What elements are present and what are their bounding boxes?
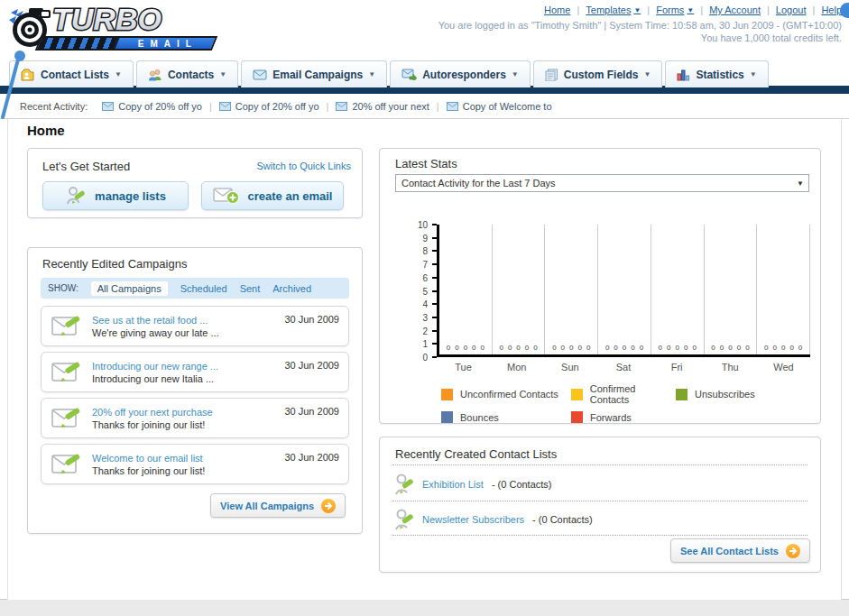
bar-value-label: 0 bbox=[464, 344, 467, 352]
nav-home-link[interactable]: Home bbox=[544, 5, 570, 15]
recent-activity-item[interactable]: Copy of 20% off yo bbox=[219, 101, 319, 112]
chart-x-label: Mon bbox=[490, 362, 543, 372]
campaign-row[interactable]: 20% off your next purchase Thanks for jo… bbox=[41, 398, 349, 438]
bar-value-label: 0 bbox=[447, 344, 450, 352]
campaign-row[interactable]: See us at the retail food ... We're givi… bbox=[41, 306, 349, 346]
contact-list-link[interactable]: Exhibition List bbox=[422, 479, 484, 490]
envelope-edit-icon bbox=[51, 452, 83, 477]
tab-label: Email Campaigns bbox=[272, 69, 363, 81]
chart-day-group: 00000 bbox=[757, 225, 810, 354]
legend-swatch-bounces bbox=[441, 411, 453, 423]
nav-help-link[interactable]: Help bbox=[821, 5, 842, 15]
contact-list-row[interactable]: Newsletter Subscribers - (0 Contacts) bbox=[394, 506, 593, 533]
tab-email-campaigns[interactable]: Email Campaigns▼ bbox=[241, 60, 387, 87]
bar-value-label: 0 bbox=[728, 344, 732, 352]
contact-list-row[interactable]: Exhibition List - (0 Contacts) bbox=[394, 471, 552, 498]
bar-value-label: 0 bbox=[659, 344, 662, 352]
campaign-row[interactable]: Introducing our new range ... Introducin… bbox=[41, 352, 349, 392]
blue-pin-decoration bbox=[0, 41, 36, 124]
bar-value-label: 0 bbox=[508, 344, 512, 352]
tab-contacts[interactable]: Contacts▼ bbox=[136, 60, 238, 87]
y-tick-label: 10 bbox=[418, 220, 428, 230]
tab-autoresponders[interactable]: Autoresponders▼ bbox=[390, 60, 531, 87]
campaign-title-link[interactable]: 20% off your next purchase bbox=[92, 407, 213, 418]
login-info: You are logged in as "Timothy Smith" | S… bbox=[438, 20, 842, 31]
see-all-contact-lists-button[interactable]: See All Contact Lists bbox=[670, 538, 810, 563]
recent-activity-item[interactable]: Copy of Welcome to bbox=[447, 101, 552, 112]
top-nav: Home| Templates▼| Forms▼| My Account| Lo… bbox=[438, 5, 842, 15]
y-tick-label: 2 bbox=[422, 326, 428, 336]
chevron-down-icon: ▼ bbox=[219, 70, 226, 78]
header-right: Home| Templates▼| Forms▼| My Account| Lo… bbox=[438, 5, 842, 43]
y-tick-label: 1 bbox=[422, 339, 428, 349]
campaign-subject: Introducing our new Italia ... bbox=[92, 373, 218, 384]
envelope-edit-icon bbox=[51, 360, 83, 385]
campaign-title-link[interactable]: Welcome to our email list bbox=[92, 453, 205, 464]
envelope-plus-icon bbox=[213, 186, 240, 206]
bar-value-label: 0 bbox=[720, 344, 724, 352]
bar-value-label: 0 bbox=[764, 344, 768, 352]
campaigns-title: Recently Edited Campaigns bbox=[42, 257, 187, 271]
logo-wordmark: TURBO bbox=[51, 2, 222, 38]
y-tick-label: 7 bbox=[422, 260, 428, 270]
logo[interactable]: TURBO EMAIL bbox=[7, 2, 224, 56]
y-tick-label: 5 bbox=[422, 287, 428, 297]
nav-my-account-link[interactable]: My Account bbox=[709, 5, 761, 15]
view-all-campaigns-button[interactable]: View All Campaigns bbox=[210, 493, 346, 518]
campaign-title-link[interactable]: See us at the retail food ... bbox=[92, 315, 219, 326]
filter-archived[interactable]: Archived bbox=[272, 283, 311, 294]
filter-all-campaigns[interactable]: All Campaigns bbox=[91, 281, 168, 296]
recent-activity-item[interactable]: Copy of 20% off yo bbox=[102, 101, 202, 112]
activity-separator: | bbox=[209, 101, 212, 112]
chart-day-group: 00000 bbox=[545, 225, 598, 354]
campaign-title-link[interactable]: Introducing our new range ... bbox=[92, 361, 218, 372]
person-pencil-icon bbox=[65, 185, 87, 207]
arrow-circle-icon bbox=[786, 544, 800, 558]
stats-dropdown[interactable]: Contact Activity for the Last 7 Days ▼ bbox=[395, 174, 809, 192]
filter-scheduled[interactable]: Scheduled bbox=[180, 283, 227, 294]
legend-item: Unsubscribes bbox=[676, 383, 784, 405]
campaign-subject: Thanks for joining our list! bbox=[92, 419, 213, 430]
chart-day-group: 00000 bbox=[651, 225, 705, 354]
bar-value-label: 0 bbox=[676, 344, 679, 352]
chart-x-label: Tue bbox=[437, 362, 490, 372]
header: TURBO EMAIL Home| Templates▼| Forms▼| My… bbox=[0, 0, 849, 60]
page-title: Home bbox=[27, 123, 65, 138]
bar-value-label: 0 bbox=[586, 344, 590, 352]
view-all-campaigns-label: View All Campaigns bbox=[220, 501, 314, 511]
activity-separator: | bbox=[437, 101, 439, 112]
tab-custom-fields[interactable]: Custom Fields▼ bbox=[533, 60, 663, 87]
logo-email-bar: EMAIL bbox=[35, 36, 217, 51]
y-tick-label: 6 bbox=[422, 273, 428, 283]
bar-value-label: 0 bbox=[552, 344, 556, 352]
tab-statistics[interactable]: Statistics▼ bbox=[665, 60, 768, 87]
nav-templates-link[interactable]: Templates▼ bbox=[586, 5, 641, 15]
create-email-button[interactable]: create an email bbox=[201, 181, 344, 210]
nav-logout-link[interactable]: Logout bbox=[776, 5, 807, 15]
y-tick-label: 8 bbox=[422, 246, 428, 256]
recent-activity-item[interactable]: 20% off your next bbox=[336, 101, 429, 112]
nav-forms-link[interactable]: Forms▼ bbox=[656, 5, 694, 15]
chart-day-group: 00000 bbox=[598, 225, 651, 354]
chevron-down-icon: ▼ bbox=[115, 70, 122, 78]
get-started-title: Let's Get Started bbox=[42, 160, 130, 173]
filter-sent[interactable]: Sent bbox=[240, 283, 261, 294]
legend-item: Confirmed Contacts bbox=[571, 383, 676, 405]
contact-list-link[interactable]: Newsletter Subscribers bbox=[422, 514, 524, 525]
envelope-icon bbox=[336, 102, 347, 111]
chevron-down-icon: ▼ bbox=[687, 6, 694, 14]
campaign-date: 30 Jun 2009 bbox=[284, 360, 339, 371]
create-email-label: create an email bbox=[248, 189, 333, 203]
bar-value-label: 0 bbox=[623, 344, 626, 352]
contact-list-count: - (0 Contacts) bbox=[492, 479, 552, 490]
manage-lists-button[interactable]: manage lists bbox=[42, 181, 189, 210]
y-tick-label: 3 bbox=[422, 313, 428, 323]
campaign-row[interactable]: Welcome to our email list Thanks for joi… bbox=[41, 444, 349, 484]
main-tabbar: Contact Lists▼ Contacts▼ Email Campaigns… bbox=[9, 60, 769, 87]
person-edit-icon bbox=[394, 473, 414, 496]
switch-quick-links[interactable]: Switch to Quick Links bbox=[256, 161, 351, 171]
bar-value-label: 0 bbox=[631, 344, 634, 352]
bar-value-label: 0 bbox=[789, 344, 793, 352]
bar-value-label: 0 bbox=[455, 344, 458, 352]
tab-label: Autoresponders bbox=[422, 69, 506, 81]
